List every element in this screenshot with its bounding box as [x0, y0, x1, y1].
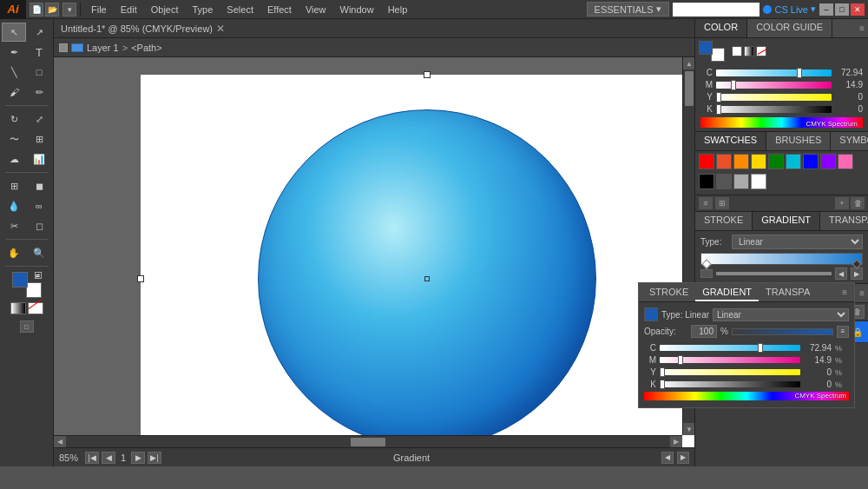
menu-file[interactable]: File: [84, 3, 114, 17]
slider-thumb-k[interactable]: [716, 104, 721, 115]
selection-tool[interactable]: ↖: [2, 23, 26, 42]
slider-c[interactable]: [716, 69, 832, 76]
slider-thumb-c[interactable]: [797, 68, 802, 78]
scroll-left-arrow[interactable]: ◀: [54, 436, 66, 448]
menu-effect[interactable]: Effect: [260, 3, 299, 17]
gf-slider-thumb-y[interactable]: [660, 367, 665, 377]
menu-object[interactable]: Object: [144, 3, 186, 17]
swatch-orange-red[interactable]: [716, 154, 732, 169]
layer-visibility-icon[interactable]: [59, 43, 68, 52]
swatch-pink[interactable]: [838, 154, 853, 169]
close-button[interactable]: ✕: [851, 3, 865, 16]
new-document-icon[interactable]: 📄: [30, 3, 43, 17]
tab-stroke[interactable]: STROKE: [695, 212, 753, 230]
gradient-tool[interactable]: ◼: [27, 176, 51, 195]
foreground-color-swatch[interactable]: [12, 272, 28, 287]
direct-selection-tool[interactable]: ↗: [27, 23, 51, 42]
scroll-down-arrow[interactable]: ▼: [683, 423, 694, 435]
swatch-white[interactable]: [751, 174, 766, 189]
warp-tool[interactable]: 〜: [2, 129, 26, 149]
gf-spectrum-bar[interactable]: CMYK Spectrum: [644, 392, 849, 400]
type-tool[interactable]: T: [27, 43, 51, 62]
menu-view[interactable]: View: [299, 3, 333, 17]
gf-opacity-slider[interactable]: [732, 328, 833, 335]
gradient-arrow-right[interactable]: ▶: [851, 268, 863, 280]
panel-bg-swatch[interactable]: [711, 48, 725, 62]
gradient-fill-button[interactable]: [10, 302, 26, 314]
swatch-red[interactable]: [699, 154, 714, 169]
gf-slider-thumb-m[interactable]: [678, 355, 683, 365]
handle-left[interactable]: [137, 275, 144, 282]
menu-window[interactable]: Window: [333, 3, 381, 17]
tab-gradient[interactable]: GRADIENT: [753, 212, 820, 230]
gf-opacity-menu[interactable]: ≡: [837, 326, 849, 338]
slider-thumb-m[interactable]: [731, 80, 736, 90]
column-graph-tool[interactable]: 📊: [27, 149, 51, 169]
tab-symbols[interactable]: SYMBOLS: [831, 132, 868, 150]
mesh-tool[interactable]: ⊞: [2, 176, 26, 195]
menu-type[interactable]: Type: [186, 3, 220, 17]
tab-transparency[interactable]: TRANSPA: [820, 212, 868, 230]
gradient-float-header[interactable]: STROKE GRADIENT TRANSPA ≡: [639, 283, 854, 302]
background-color-swatch[interactable]: [26, 282, 42, 298]
menu-select[interactable]: Select: [220, 3, 260, 17]
gf-slider-thumb-c[interactable]: [758, 343, 763, 353]
gradient-thumb-icon[interactable]: [700, 269, 713, 278]
blend-tool[interactable]: ∞: [27, 196, 51, 215]
layers-menu-icon[interactable]: ≡: [859, 284, 868, 302]
solid-color-icon[interactable]: [732, 46, 742, 56]
swatch-list-view-btn[interactable]: ≡: [699, 197, 713, 209]
canvas-scroll-area[interactable]: ▲ ▼ ◀ ▶: [54, 57, 694, 447]
gradient-type-select[interactable]: Linear: [732, 235, 863, 249]
gradient-arrow-left[interactable]: ◀: [835, 268, 847, 280]
rotate-tool[interactable]: ↻: [2, 109, 26, 129]
panel-fg-swatch[interactable]: [699, 41, 713, 55]
scroll-up-arrow[interactable]: ▲: [683, 57, 694, 69]
swatch-green[interactable]: [768, 154, 784, 169]
color-spectrum-bar[interactable]: CMYK Spectrum: [700, 117, 863, 128]
none-fill-button[interactable]: [28, 302, 43, 314]
slider-thumb-y[interactable]: [716, 92, 721, 102]
tab-swatches[interactable]: SWATCHES: [695, 132, 766, 150]
swatch-orange[interactable]: [733, 154, 749, 169]
gradient-center-point[interactable]: [424, 276, 430, 281]
swatch-blue[interactable]: [803, 154, 819, 169]
none-color-icon[interactable]: [756, 46, 766, 56]
gf-slider-c[interactable]: [660, 345, 800, 351]
first-page-button[interactable]: |◀: [85, 452, 99, 464]
gf-tab-transpa[interactable]: TRANSPA: [759, 284, 817, 301]
color-panel-menu-icon[interactable]: ≡: [859, 19, 868, 37]
hand-tool[interactable]: ✋: [2, 243, 26, 262]
swatch-yellow[interactable]: [751, 154, 766, 169]
gf-type-select[interactable]: Linear: [713, 308, 849, 321]
gradient-stops-bar[interactable]: [700, 253, 863, 265]
cs-live-button[interactable]: CS Live ▾: [763, 3, 816, 15]
line-tool[interactable]: ╲: [2, 63, 26, 82]
swap-colors-button[interactable]: ⇄: [35, 272, 42, 279]
gf-slider-thumb-k[interactable]: [660, 380, 665, 389]
pencil-tool[interactable]: ✏: [27, 83, 51, 102]
open-file-icon[interactable]: 📂: [45, 3, 59, 17]
new-swatch-btn[interactable]: +: [835, 197, 849, 209]
tab-brushes[interactable]: BRUSHES: [766, 132, 831, 150]
tab-color-guide[interactable]: COLOR GUIDE: [747, 19, 832, 37]
gradient-color-icon[interactable]: [744, 46, 754, 56]
pen-tool[interactable]: ✒: [2, 43, 26, 62]
h-scroll-thumb[interactable]: [351, 438, 385, 446]
gradient-float-menu[interactable]: ≡: [842, 287, 851, 297]
scroll-thumb[interactable]: [685, 71, 694, 106]
document-tab-close[interactable]: ✕: [216, 23, 225, 35]
menu-edit[interactable]: Edit: [114, 3, 144, 17]
essentials-button[interactable]: ESSENTIALS ▾: [587, 2, 670, 17]
scroll-right-arrow[interactable]: ▶: [670, 436, 682, 448]
free-transform-tool[interactable]: ⊞: [27, 129, 51, 149]
gradient-position-slider[interactable]: [716, 272, 832, 275]
tab-color[interactable]: COLOR: [695, 19, 747, 37]
swatch-violet[interactable]: [820, 154, 836, 169]
slider-y[interactable]: [716, 94, 832, 101]
gf-slider-m[interactable]: [660, 357, 800, 363]
swatch-dark-gray[interactable]: [716, 174, 732, 189]
status-arrow-left[interactable]: ◀: [661, 452, 674, 464]
maximize-button[interactable]: □: [835, 3, 849, 16]
delete-swatch-btn[interactable]: 🗑: [851, 197, 865, 209]
